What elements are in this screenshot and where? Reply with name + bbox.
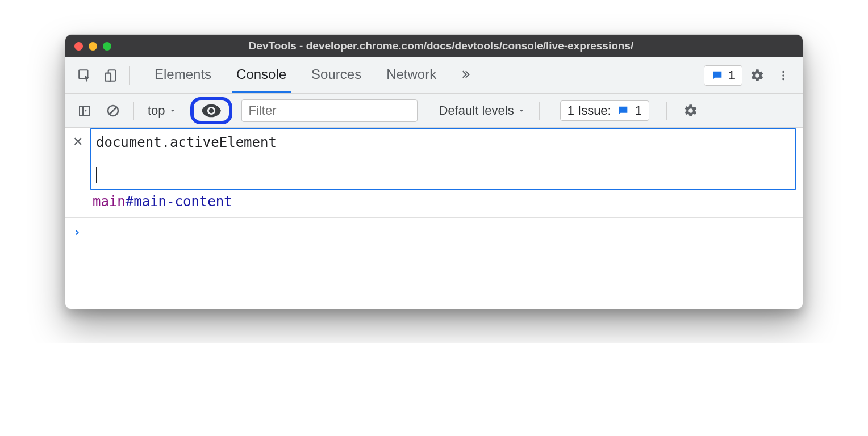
chat-icon — [711, 69, 724, 82]
device-toolbar-icon[interactable] — [99, 64, 122, 87]
context-label: top — [148, 103, 165, 118]
window-title: DevTools - developer.chrome.com/docs/dev… — [89, 40, 794, 52]
live-expression-text: document.activeElement — [96, 135, 277, 150]
tab-elements[interactable]: Elements — [142, 57, 224, 94]
console-sidebar-toggle-icon[interactable] — [73, 99, 96, 122]
console-toolbar: top Default levels 1 Issue: 1 — [65, 94, 803, 128]
dropdown-icon — [518, 107, 525, 115]
divider — [666, 102, 667, 120]
svg-rect-2 — [105, 73, 111, 81]
remove-live-expression-icon[interactable]: ✕ — [65, 128, 90, 149]
tab-overflow-icon[interactable] — [449, 57, 481, 94]
svg-point-4 — [782, 74, 784, 77]
tab-network[interactable]: Network — [374, 57, 449, 94]
tab-console[interactable]: Console — [224, 57, 299, 94]
console-settings-icon[interactable] — [679, 99, 702, 122]
filter-input[interactable] — [241, 99, 418, 122]
divider — [133, 102, 134, 120]
inspect-element-icon[interactable] — [73, 64, 96, 87]
messages-button[interactable]: 1 — [704, 65, 742, 86]
svg-point-3 — [782, 70, 784, 73]
divider — [129, 66, 130, 85]
dropdown-icon — [169, 107, 177, 115]
result-tag: main — [93, 194, 126, 209]
clear-console-icon[interactable] — [102, 99, 124, 122]
settings-icon[interactable] — [746, 64, 769, 87]
panel-tabs: Elements Console Sources Network — [142, 57, 481, 94]
log-levels-selector[interactable]: Default levels — [435, 101, 530, 120]
console-prompt-row[interactable]: › — [65, 218, 803, 309]
live-expression-button-highlight — [190, 97, 232, 124]
issues-label: 1 Issue: — [567, 103, 611, 118]
tab-sources[interactable]: Sources — [299, 57, 374, 94]
prompt-caret-icon: › — [73, 225, 81, 239]
result-id: #main-content — [126, 194, 232, 209]
close-window-button[interactable] — [74, 42, 83, 51]
chat-icon — [617, 104, 629, 117]
svg-point-5 — [782, 78, 784, 80]
create-live-expression-icon[interactable] — [202, 104, 221, 118]
text-cursor — [96, 167, 97, 183]
live-expression-result[interactable]: main#main-content — [90, 190, 796, 217]
live-expression-input[interactable]: document.activeElement — [90, 128, 796, 190]
issues-button[interactable]: 1 Issue: 1 — [560, 100, 649, 121]
more-menu-icon[interactable] — [772, 64, 795, 87]
issues-count: 1 — [635, 103, 642, 118]
log-levels-label: Default levels — [439, 103, 514, 118]
live-expression-area: ✕ document.activeElement main#main-conte… — [65, 128, 803, 218]
devtools-window: DevTools - developer.chrome.com/docs/dev… — [65, 34, 803, 309]
main-tabs-row: Elements Console Sources Network 1 — [65, 57, 803, 94]
titlebar: DevTools - developer.chrome.com/docs/dev… — [65, 35, 803, 57]
context-selector[interactable]: top — [143, 101, 181, 120]
messages-count: 1 — [728, 68, 735, 83]
divider — [539, 102, 540, 120]
